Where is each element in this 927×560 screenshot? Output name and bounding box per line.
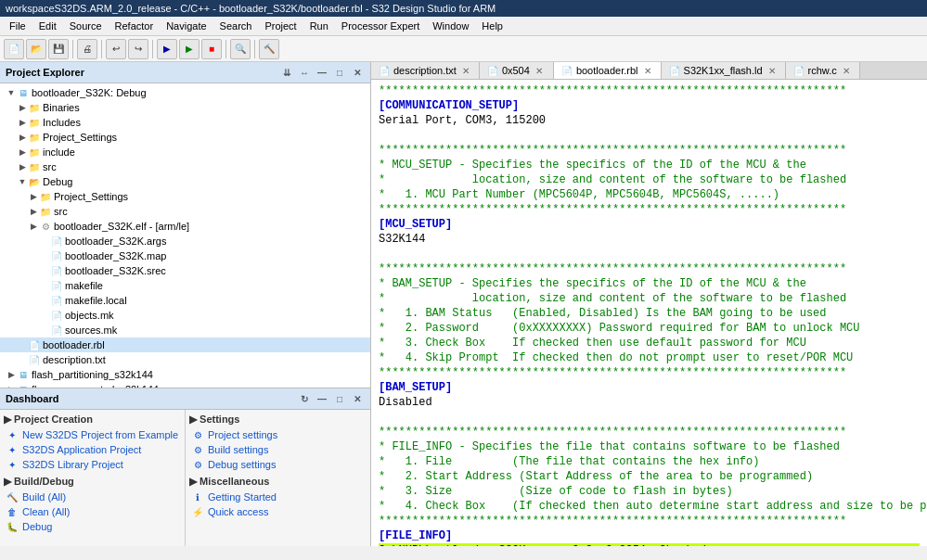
tree-objects-mk[interactable]: 📄 objects.mk	[0, 308, 370, 323]
menu-item-edit[interactable]: Edit	[33, 19, 62, 33]
dash-close-btn[interactable]: ✕	[350, 391, 365, 406]
link-editor-btn[interactable]: ↔	[297, 65, 312, 80]
tree-description-txt[interactable]: 📄 description.txt	[0, 352, 370, 367]
tab-0x504-close[interactable]: ✕	[534, 65, 545, 76]
app-project-label: S32DS Application Project	[22, 444, 141, 455]
build-settings-link[interactable]: ⚙ Build settings	[189, 442, 367, 457]
tab-bootloader-rbl[interactable]: 📄 bootloader.rbl ✕	[554, 62, 662, 80]
editor-content[interactable]: ****************************************…	[371, 80, 927, 546]
menu-item-run[interactable]: Run	[304, 19, 334, 33]
tab-rbl-label: bootloader.rbl	[576, 65, 638, 76]
redo-btn[interactable]: ↪	[128, 39, 148, 59]
src-label: src	[43, 161, 57, 172]
tree-flexcan[interactable]: ▶ 🖥 flexcan_encrypted_s32k144	[0, 382, 370, 388]
tree-elf[interactable]: ▶ ⚙ bootloader_S32K.elf - [arm/le]	[0, 219, 370, 234]
tree-makefile-local[interactable]: 📄 makefile.local	[0, 293, 370, 308]
tab-description-txt[interactable]: 📄 description.txt ✕	[371, 62, 480, 79]
dash-maximize-btn[interactable]: □	[332, 391, 347, 406]
tree-project-settings[interactable]: ▶ 📁 Project_Settings	[0, 130, 370, 145]
print-btn[interactable]: 🖨	[77, 39, 97, 59]
tree-map[interactable]: 📄 bootloader_S32K.map	[0, 248, 370, 263]
stop-btn[interactable]: ■	[201, 39, 222, 59]
new-btn[interactable]: 📄	[4, 39, 24, 59]
tab-c-close[interactable]: ✕	[841, 65, 852, 76]
dash-refresh-btn[interactable]: ↻	[297, 391, 312, 406]
debug-settings-link[interactable]: ⚙ Debug settings	[189, 457, 367, 472]
tree-bootloader-rbl[interactable]: 📄 bootloader.rbl	[0, 337, 370, 352]
tree-debug-ps[interactable]: ▶ 📁 Project_Settings	[0, 189, 370, 204]
menu-item-processor expert[interactable]: Processor Expert	[336, 19, 425, 33]
search-btn[interactable]: 🔍	[230, 39, 251, 59]
tree-src[interactable]: ▶ 📁 src	[0, 159, 370, 174]
new-s32ds-link[interactable]: ✦ New S32DS Project from Example	[4, 427, 181, 442]
menu-item-window[interactable]: Window	[427, 19, 474, 33]
undo-btn[interactable]: ↩	[106, 39, 126, 59]
tab-ld-close[interactable]: ✕	[766, 65, 778, 76]
tree-args[interactable]: 📄 bootloader_S32K.args	[0, 234, 370, 248]
maximize-btn[interactable]: □	[332, 65, 347, 80]
tree-flash-part[interactable]: ▶ 🖥 flash_partitioning_s32k144	[0, 367, 370, 382]
tree-includes[interactable]: ▶ 📁 Includes	[0, 115, 370, 130]
inc-arrow: ▶	[17, 146, 28, 158]
menu-item-help[interactable]: Help	[476, 19, 509, 33]
misc-section: ▶ Miscellaneous ℹ Getting Started ⚡ Quic…	[189, 476, 367, 519]
tab-desc-close[interactable]: ✕	[460, 65, 471, 76]
getting-started-link[interactable]: ℹ Getting Started	[189, 490, 367, 504]
rbl-label: bootloader.rbl	[43, 339, 105, 350]
inc-label: include	[43, 146, 75, 158]
fc-label: flexcan_encrypted_s32k144	[32, 384, 159, 388]
tab-0x504-icon: 📄	[487, 66, 498, 76]
new-s32ds-icon: ✦	[6, 428, 19, 441]
build-btn[interactable]: 🔨	[259, 39, 279, 59]
dash-left-content: ▶ Project Creation ✦ New S32DS Project f…	[0, 410, 185, 541]
tree-sources-mk[interactable]: 📄 sources.mk	[0, 323, 370, 337]
menu-item-refactor[interactable]: Refactor	[109, 19, 160, 33]
menu-item-navigate[interactable]: Navigate	[161, 19, 212, 33]
tree-debug[interactable]: ▼ 📂 Debug	[0, 174, 370, 189]
clean-all-link[interactable]: 🗑 Clean (All)	[4, 504, 181, 519]
project-settings-link[interactable]: ⚙ Project settings	[189, 427, 367, 442]
smk-arrow	[39, 325, 50, 336]
tab-0x504[interactable]: 📄 0x504 ✕	[480, 62, 554, 79]
debug-link[interactable]: 🐛 Debug	[4, 519, 181, 534]
tree-binaries[interactable]: ▶ 📁 Binaries	[0, 100, 370, 115]
minimize-btn[interactable]: —	[315, 65, 329, 80]
ps-icon: 📁	[28, 131, 41, 144]
tab-c-label: rchw.c	[808, 65, 837, 76]
tree-area[interactable]: ▼ 🖥 bootloader_S32K: Debug ▶ 📁 Binaries …	[0, 83, 370, 388]
run-btn[interactable]: ▶	[179, 39, 200, 59]
quick-access-label: Quick access	[208, 506, 268, 517]
getting-started-icon: ℹ	[191, 490, 204, 503]
tab-rbl-close[interactable]: ✕	[642, 65, 653, 76]
tab-s32k1xx-flash[interactable]: 📄 S32K1xx_flash.ld ✕	[662, 62, 786, 79]
app-project-link[interactable]: ✦ S32DS Application Project	[4, 442, 181, 457]
collapse-all-btn[interactable]: ⇊	[279, 65, 294, 80]
tab-rchw-c[interactable]: 📄 rchw.c ✕	[786, 62, 860, 79]
tree-makefile[interactable]: 📄 makefile	[0, 278, 370, 293]
menu-item-file[interactable]: File	[4, 19, 32, 33]
root-icon: 🖥	[17, 86, 30, 99]
lib-project-link[interactable]: ✦ S32DS Library Project	[4, 457, 181, 472]
quick-access-link[interactable]: ⚡ Quick access	[189, 504, 367, 519]
menu-item-source[interactable]: Source	[64, 19, 108, 33]
save-btn[interactable]: 💾	[48, 39, 69, 59]
args-label: bootloader_S32K.args	[65, 235, 166, 247]
tree-debug-src[interactable]: ▶ 📁 src	[0, 204, 370, 219]
open-btn[interactable]: 📂	[26, 39, 46, 59]
title-text: workspaceS32DS.ARM_2.0_release - C/C++ -…	[6, 3, 496, 14]
build-all-link[interactable]: 🔨 Build (All)	[4, 490, 181, 504]
tree-srec[interactable]: 📄 bootloader_S32K.srec	[0, 263, 370, 278]
src-icon: 📁	[28, 160, 41, 173]
close-btn[interactable]: ✕	[350, 65, 365, 80]
tree-include[interactable]: ▶ 📁 include	[0, 145, 370, 159]
tree-root[interactable]: ▼ 🖥 bootloader_S32K: Debug	[0, 85, 370, 100]
debug-btn[interactable]: ▶	[157, 39, 177, 59]
fp-arrow: ▶	[6, 369, 17, 380]
dtxt-arrow	[17, 354, 28, 365]
project-creation-title: ▶ Project Creation	[4, 414, 181, 426]
debug-settings-icon: ⚙	[191, 458, 204, 471]
binaries-label: Binaries	[43, 102, 80, 113]
dash-minimize-btn[interactable]: —	[315, 391, 329, 406]
menu-item-project[interactable]: Project	[259, 19, 302, 33]
menu-item-search[interactable]: Search	[214, 19, 258, 33]
